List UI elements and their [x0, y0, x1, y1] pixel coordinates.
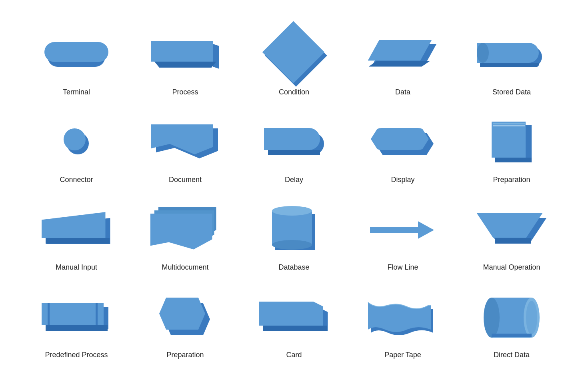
shape-direct-data-container — [461, 292, 562, 344]
cell-terminal[interactable]: Terminal — [22, 21, 131, 108]
shape-condition-container — [244, 29, 344, 81]
label-direct-data: Direct Data — [494, 351, 530, 359]
cell-delay[interactable]: Delay — [240, 108, 348, 196]
shape-display-container — [352, 116, 453, 168]
cell-flow-line[interactable]: Flow Line — [348, 196, 457, 284]
shape-manual-operation-container — [461, 204, 562, 256]
preparation-hex-shape — [159, 298, 211, 338]
document-shape — [151, 124, 219, 160]
label-process: Process — [172, 88, 198, 96]
label-paper-tape: Paper Tape — [384, 351, 421, 359]
cell-multidocument[interactable]: Multidocument — [131, 196, 240, 284]
database-shape — [272, 206, 316, 254]
label-document: Document — [169, 176, 202, 184]
terminal-shape — [44, 42, 108, 68]
direct-data-shape — [484, 298, 540, 338]
stored-data-shape — [477, 43, 547, 67]
label-predefined-process: Predefined Process — [45, 351, 108, 359]
label-connector: Connector — [60, 176, 93, 184]
data-shape — [368, 40, 438, 70]
shape-delay-container — [244, 116, 344, 168]
label-multidocument: Multidocument — [162, 263, 208, 272]
cell-condition[interactable]: Condition — [240, 21, 348, 108]
cell-predefined-process[interactable]: Predefined Process — [22, 284, 131, 371]
shape-multidocument-container — [135, 204, 236, 256]
condition-shape — [270, 29, 318, 81]
multidocument-shape — [150, 207, 220, 253]
label-condition: Condition — [279, 88, 309, 96]
connector-shape — [64, 128, 90, 156]
paper-tape-shape — [366, 298, 440, 338]
label-preparation-r: Preparation — [493, 176, 530, 184]
shape-paper-tape-container — [352, 292, 453, 344]
cell-process[interactable]: Process — [131, 21, 240, 108]
predefined-process-shape — [42, 303, 112, 333]
label-delay: Delay — [285, 176, 303, 184]
label-database: Database — [278, 263, 309, 272]
display-shape — [371, 128, 435, 157]
shape-process-container — [135, 29, 236, 81]
shape-predefined-process-container — [26, 292, 127, 344]
card-shape — [259, 302, 329, 334]
delay-shape — [264, 128, 324, 157]
label-data: Data — [395, 88, 410, 96]
label-terminal: Terminal — [63, 88, 90, 96]
label-manual-input: Manual Input — [56, 263, 97, 272]
label-stored-data: Stored Data — [492, 88, 531, 96]
shape-stored-data-container — [461, 29, 562, 81]
label-flow-line: Flow Line — [387, 263, 418, 272]
flow-line-shape — [370, 221, 436, 239]
process-shape — [151, 41, 219, 69]
shape-database-container — [244, 204, 344, 256]
shape-data-container — [352, 29, 453, 81]
label-preparation-hex: Preparation — [166, 351, 204, 359]
svg-rect-4 — [492, 334, 532, 337]
shape-preparation-hex-container — [135, 292, 236, 344]
label-card: Card — [286, 351, 302, 359]
manual-operation-shape — [477, 213, 547, 247]
cell-database[interactable]: Database — [240, 196, 348, 284]
cell-paper-tape[interactable]: Paper Tape — [348, 284, 457, 371]
cell-manual-input[interactable]: Manual Input — [22, 196, 131, 284]
svg-point-3 — [526, 301, 537, 334]
preparation-r-shape — [492, 122, 532, 164]
shape-manual-input-container — [26, 204, 127, 256]
cell-connector[interactable]: Connector — [22, 108, 131, 196]
cell-document[interactable]: Document — [131, 108, 240, 196]
cell-data[interactable]: Data — [348, 21, 457, 108]
shape-card-container — [244, 292, 344, 344]
cell-preparation-hex[interactable]: Preparation — [131, 284, 240, 371]
cell-display[interactable]: Display — [348, 108, 457, 196]
label-display: Display — [391, 176, 414, 184]
shape-document-container — [135, 116, 236, 168]
cell-stored-data[interactable]: Stored Data — [457, 21, 566, 108]
cell-card[interactable]: Card — [240, 284, 348, 371]
cell-direct-data[interactable]: Direct Data — [457, 284, 566, 371]
shape-preparation-r-container — [461, 116, 562, 168]
cell-preparation-r[interactable]: Preparation — [457, 108, 566, 196]
cell-manual-operation[interactable]: Manual Operation — [457, 196, 566, 284]
flowchart-shapes-grid: Terminal Process Condition — [14, 13, 574, 379]
shape-terminal-container — [26, 29, 127, 81]
svg-point-2 — [484, 298, 500, 338]
label-manual-operation: Manual Operation — [483, 263, 540, 272]
shape-connector-container — [26, 116, 127, 168]
shape-flow-line-container — [352, 204, 453, 256]
manual-input-shape — [42, 212, 112, 248]
